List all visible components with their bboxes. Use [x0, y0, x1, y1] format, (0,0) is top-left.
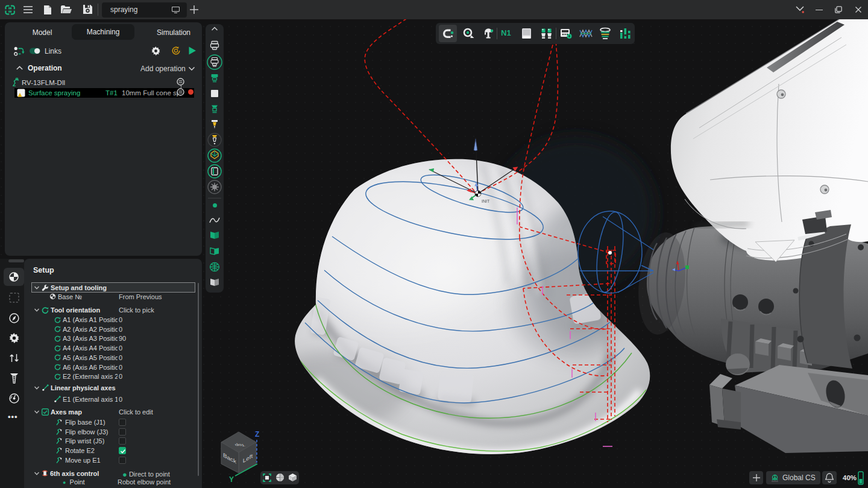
svg-text:Z: Z	[255, 430, 259, 439]
svg-text:Y: Y	[229, 475, 234, 484]
svg-text:INIT: INIT	[482, 199, 490, 203]
